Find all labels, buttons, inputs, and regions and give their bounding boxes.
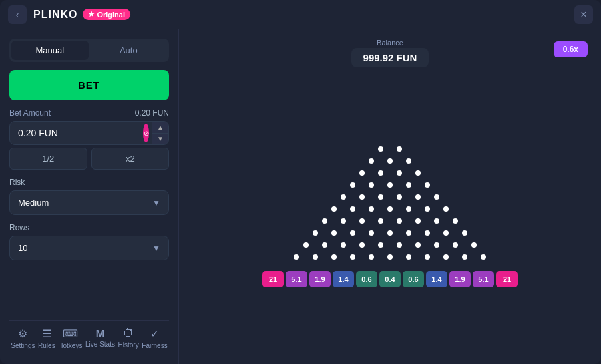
- bucket-4: 0.6: [356, 271, 377, 287]
- nav-settings-label: Settings: [11, 342, 35, 349]
- history-icon: ⏱: [123, 327, 134, 339]
- balance-box: Balance 999.92 FUN: [351, 39, 429, 67]
- dot-row-9: [296, 239, 483, 251]
- dot: [313, 254, 318, 260]
- nav-hotkeys-label: Hotkeys: [58, 342, 82, 349]
- bucket-0: 21: [262, 271, 284, 287]
- close-button[interactable]: ×: [574, 5, 593, 24]
- dot: [387, 230, 393, 236]
- tabs-container: Manual Auto: [9, 39, 169, 62]
- dot: [350, 230, 355, 236]
- live-stats-icon: M: [96, 327, 105, 339]
- main-window: ‹ PLINKO ★ Original × Manual Auto BET Be…: [0, 0, 601, 364]
- nav-rules[interactable]: ☰ Rules: [38, 327, 55, 349]
- risk-value: Medium: [18, 198, 49, 208]
- dot-row-8: [306, 227, 474, 239]
- dot: [369, 182, 374, 188]
- stepper-up[interactable]: ▲: [152, 122, 168, 134]
- dot: [350, 182, 355, 188]
- dot: [453, 242, 458, 248]
- dot: [369, 230, 374, 236]
- half-double-row: 1/2 x2: [9, 148, 169, 170]
- stepper-down[interactable]: ▼: [152, 134, 168, 144]
- dot: [369, 206, 374, 212]
- nav-fairness[interactable]: ✓ Fairness: [142, 327, 167, 349]
- back-button[interactable]: ‹: [8, 5, 27, 24]
- dot: [322, 218, 327, 224]
- dot: [415, 242, 421, 248]
- dot: [378, 170, 383, 176]
- dot: [415, 218, 421, 224]
- dot: [331, 206, 337, 212]
- dot: [341, 242, 346, 248]
- tab-manual[interactable]: Manual: [11, 41, 89, 60]
- nav-settings[interactable]: ⚙ Settings: [11, 327, 35, 349]
- nav-fairness-label: Fairness: [142, 342, 167, 349]
- risk-label-row: Risk: [9, 178, 169, 187]
- title-bar: ‹ PLINKO ★ Original ×: [0, 0, 601, 29]
- dot: [331, 254, 337, 260]
- risk-section: Risk Medium ▼: [9, 178, 169, 215]
- dot: [415, 194, 421, 200]
- dot: [341, 194, 346, 200]
- nav-history[interactable]: ⏱ History: [118, 327, 139, 349]
- rows-select[interactable]: 10 ▼: [9, 236, 169, 260]
- rows-label-row: Rows: [9, 223, 169, 232]
- nav-live-stats[interactable]: M Live Stats: [85, 327, 115, 349]
- double-button[interactable]: x2: [91, 148, 170, 170]
- bet-button[interactable]: BET: [9, 70, 169, 100]
- dot: [369, 158, 374, 164]
- tab-auto[interactable]: Auto: [90, 41, 168, 60]
- dot: [378, 194, 383, 200]
- bucket-9: 5.1: [473, 271, 494, 287]
- bucket-2: 1.9: [309, 271, 331, 287]
- dot: [378, 146, 383, 152]
- plinko-board: 21 5.1 1.9 1.4 0.6 0.4 0.6 1.4 1.9 5.1 2…: [179, 73, 601, 357]
- input-stepper: ▲ ▼: [152, 122, 168, 144]
- dot: [453, 218, 458, 224]
- dot-row-10: [287, 251, 493, 263]
- dot-row-1: [371, 143, 409, 155]
- dot: [443, 206, 449, 212]
- main-content: Manual Auto BET Bet Amount 0.20 FUN ⊘ ▲ …: [0, 29, 601, 364]
- settings-icon: ⚙: [18, 327, 27, 340]
- dot: [387, 254, 393, 260]
- dot: [378, 242, 383, 248]
- dots-container: [287, 143, 493, 263]
- bucket-7: 1.4: [426, 271, 447, 287]
- page-title: PLINKO: [33, 9, 77, 21]
- dot: [415, 170, 421, 176]
- right-panel: Balance 999.92 FUN 0.6x: [179, 29, 601, 364]
- nav-history-label: History: [118, 341, 139, 349]
- dot-row-3: [353, 167, 427, 179]
- bet-input-row: ⊘ ▲ ▼: [9, 121, 169, 145]
- bottom-nav: ⚙ Settings ☰ Rules ⌨ Hotkeys M Live Stat…: [9, 320, 169, 355]
- fairness-icon: ✓: [150, 327, 159, 340]
- bet-amount-section: Bet Amount 0.20 FUN ⊘ ▲ ▼ 1/2 x2: [9, 108, 169, 170]
- bet-input[interactable]: [10, 122, 143, 144]
- bet-amount-display: 0.20 FUN: [135, 108, 169, 118]
- dot-row-7: [315, 215, 465, 227]
- hotkeys-icon: ⌨: [63, 327, 78, 340]
- bet-amount-label-row: Bet Amount 0.20 FUN: [9, 108, 169, 118]
- dot: [406, 206, 411, 212]
- risk-select[interactable]: Medium ▼: [9, 190, 169, 215]
- left-panel: Manual Auto BET Bet Amount 0.20 FUN ⊘ ▲ …: [0, 29, 179, 364]
- dot-row-6: [325, 203, 455, 215]
- bucket-1: 5.1: [286, 271, 307, 287]
- dot: [397, 242, 402, 248]
- dot: [462, 254, 467, 260]
- dot: [397, 146, 402, 152]
- dot: [406, 230, 411, 236]
- dot-row-2: [362, 155, 418, 167]
- balance-label: Balance: [377, 39, 403, 47]
- risk-arrow-icon: ▼: [152, 198, 160, 208]
- dot: [425, 182, 430, 188]
- balance-value: 999.92 FUN: [351, 48, 429, 67]
- bucket-6: 0.6: [403, 271, 424, 287]
- nav-hotkeys[interactable]: ⌨ Hotkeys: [58, 327, 82, 349]
- dot: [425, 230, 430, 236]
- buckets-row: 21 5.1 1.9 1.4 0.6 0.4 0.6 1.4 1.9 5.1 2…: [262, 271, 518, 287]
- half-button[interactable]: 1/2: [9, 148, 87, 170]
- dot: [434, 218, 439, 224]
